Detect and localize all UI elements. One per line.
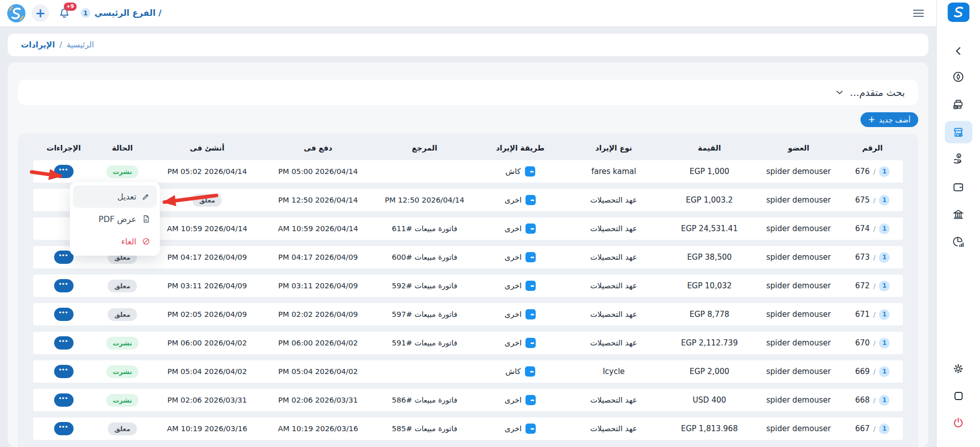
- table-row: 1/670spider demouserEGP 2,112.739عهد الت…: [33, 332, 903, 354]
- cell-paid-at: 2026/04/09 04:17 PM: [264, 253, 372, 261]
- row-actions-button[interactable]: •••: [54, 336, 74, 350]
- cell-value: EGP 2,112.739: [664, 338, 755, 347]
- cell-number: 1/669: [842, 366, 903, 377]
- wallet-method-icon: [525, 281, 536, 291]
- cell-paid-at: 2026/03/31 02:06 PM: [264, 396, 372, 404]
- cell-number: 1/673: [842, 252, 903, 263]
- table-row: 1/668spider demouserUSD 400عهد التحصيلات…: [33, 389, 903, 411]
- row-actions-button[interactable]: •••: [54, 393, 74, 407]
- row-actions-button[interactable]: •••: [54, 422, 74, 435]
- row-actions-button[interactable]: •••: [54, 308, 74, 321]
- cell-actions: •••: [33, 336, 94, 350]
- table-body: 1/676spider demouserEGP 1,000fares kamal…: [33, 160, 903, 440]
- add-quick-button[interactable]: +: [32, 5, 49, 22]
- status-badge: معلق: [108, 423, 137, 435]
- pencil-icon: [141, 192, 151, 201]
- menu-hamburger-icon[interactable]: [913, 10, 924, 17]
- collapse-chevron-icon[interactable]: [952, 44, 965, 58]
- row-count-badge: 1: [879, 424, 890, 434]
- column-header: الحالة: [94, 144, 151, 152]
- app-logo-icon[interactable]: [7, 4, 26, 22]
- cell-revenue-method: اخرى: [477, 395, 564, 405]
- cell-created-at: 2026/04/14 10:59 AM: [151, 225, 264, 233]
- cell-actions: •••: [33, 279, 94, 293]
- cell-status: معلق: [94, 423, 151, 435]
- branch-breadcrumb[interactable]: 1 الفرع الرئيسي /: [81, 8, 161, 18]
- revenues-table: الرقمالعضوالقيمةنوع الإيرادطريقة الإيراد…: [18, 134, 918, 447]
- table-row: 1/675spider demouserEGP 1,003.2عهد التحص…: [33, 189, 903, 211]
- row-actions-menu: تعديل عرض PDF الغاء: [70, 182, 160, 256]
- cell-member: spider demouser: [755, 253, 842, 262]
- column-header: الإجراءات: [33, 144, 94, 152]
- notifications-button[interactable]: +9: [56, 5, 73, 21]
- row-count-badge: 1: [879, 338, 890, 349]
- store-icon[interactable]: [952, 126, 965, 139]
- stop-square-icon[interactable]: [952, 389, 965, 403]
- row-actions-button[interactable]: •••: [54, 279, 74, 292]
- cell-member: spider demouser: [755, 195, 842, 205]
- row-count-badge: 1: [879, 166, 890, 177]
- wallet-method-icon: [525, 252, 536, 262]
- cell-created-at: 2026/04/09 04:17 PM: [151, 253, 264, 261]
- cell-reference: فاتورة مبيعات #585: [372, 425, 476, 433]
- table-row: 1/669spider demouserEGP 2,000Icycleكاش20…: [33, 360, 903, 383]
- cell-paid-at: 2026/03/16 10:19 AM: [264, 425, 372, 433]
- cell-created-at: معلق: [151, 194, 264, 207]
- cell-number: 1/672: [842, 281, 903, 291]
- column-header: الرقم: [842, 144, 903, 152]
- column-header: دفع فى: [264, 144, 372, 152]
- cell-value: EGP 2,000: [664, 367, 755, 376]
- menu-item-cancel[interactable]: الغاء: [73, 230, 157, 253]
- status-badge: نشرت: [106, 337, 139, 350]
- add-new-button[interactable]: أضف جديد +: [861, 112, 918, 127]
- status-badge: نشرت: [106, 165, 139, 178]
- wallet-icon[interactable]: [952, 180, 965, 193]
- wallet-method-icon: [525, 224, 536, 234]
- table-row: 1/667spider demouserEGP 1,813.968عهد الت…: [33, 417, 903, 440]
- row-count-badge: 1: [879, 395, 890, 406]
- cell-number: 1/667: [842, 424, 903, 434]
- menu-item-edit[interactable]: تعديل: [73, 185, 157, 208]
- cell-revenue-type: fares kamal: [564, 167, 664, 176]
- notification-count-badge: +9: [64, 3, 77, 11]
- row-count-badge: 1: [879, 366, 890, 377]
- hand-coin-icon[interactable]: [952, 152, 965, 165]
- menu-item-view-pdf-label: عرض PDF: [99, 214, 136, 224]
- menu-item-view-pdf[interactable]: عرض PDF: [73, 208, 157, 230]
- advanced-search-toggle[interactable]: بحث متقدم...: [18, 80, 918, 105]
- table-row: 1/672spider demouserEGP 10,032عهد التحصي…: [33, 275, 903, 297]
- cell-number: 1/675: [842, 195, 903, 206]
- table-row: 1/671spider demouserEGP 8,778عهد التحصيل…: [33, 303, 903, 326]
- row-actions-button[interactable]: •••: [54, 165, 74, 178]
- cell-revenue-type: عهد التحصيلات: [564, 395, 664, 405]
- power-icon[interactable]: [952, 416, 965, 429]
- branch-name: الفرع الرئيسي /: [94, 8, 161, 18]
- compass-icon[interactable]: [952, 70, 965, 83]
- cell-paid-at: 2026/04/14 12:50 PM: [264, 196, 372, 204]
- cell-value: EGP 10,032: [664, 281, 755, 290]
- cell-member: spider demouser: [755, 167, 842, 176]
- row-actions-button[interactable]: •••: [54, 365, 74, 378]
- cell-member: spider demouser: [755, 281, 842, 290]
- cell-revenue-method: اخرى: [477, 252, 564, 262]
- pos-printer-icon[interactable]: [952, 97, 965, 111]
- breadcrumb-home-link[interactable]: الرئيسية: [67, 40, 94, 49]
- cell-member: spider demouser: [755, 224, 842, 233]
- cell-revenue-type: عهد التحصيلات: [564, 338, 664, 347]
- table-header-row: الرقمالعضوالقيمةنوع الإيرادطريقة الإيراد…: [33, 136, 903, 160]
- row-count-badge: 1: [879, 309, 890, 320]
- wallet-method-icon: [525, 424, 536, 434]
- wallet-method-icon: [525, 395, 536, 405]
- gear-icon[interactable]: [952, 362, 965, 375]
- table-row: 1/674spider demouserEGP 24,531.41عهد الت…: [33, 217, 903, 240]
- cell-created-at: 2026/03/31 02:06 PM: [151, 396, 264, 404]
- cell-actions: •••: [33, 422, 94, 436]
- bank-icon[interactable]: [952, 208, 965, 221]
- cell-member: spider demouser: [755, 424, 842, 433]
- sidebar-logo-icon[interactable]: [947, 3, 969, 22]
- cell-number: 1/668: [842, 395, 903, 406]
- pie-report-icon[interactable]: [952, 235, 965, 249]
- cell-revenue-type: عهد التحصيلات: [564, 281, 664, 290]
- cell-reference: فاتورة مبيعات #597: [372, 310, 476, 318]
- add-new-label: أضف جديد: [879, 116, 911, 124]
